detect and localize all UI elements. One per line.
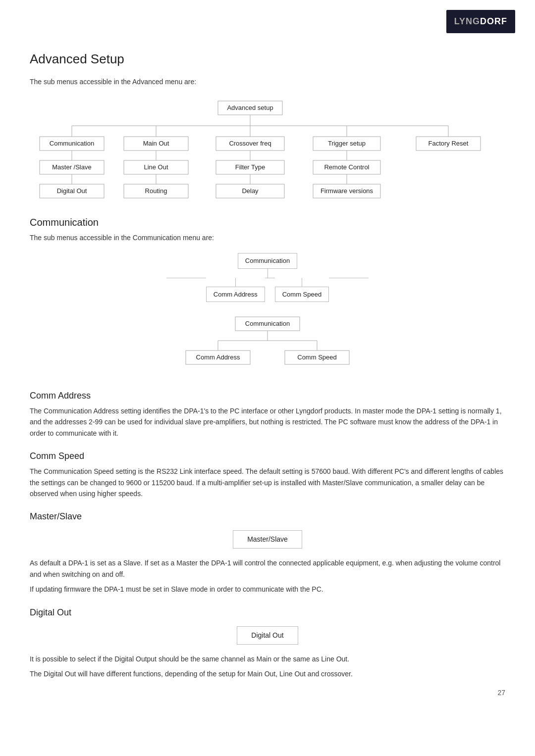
master-slave-diagram: Master/Slave bbox=[30, 530, 505, 549]
svg-text:Advanced setup: Advanced setup bbox=[227, 104, 273, 111]
logo-lyng: LYNG bbox=[454, 15, 480, 28]
comm-tree-svg: Communication Comm Address Comm Speed bbox=[168, 313, 367, 377]
svg-text:Communication: Communication bbox=[50, 140, 94, 147]
page-title: Advanced Setup bbox=[30, 50, 505, 69]
main-tree-diagram: Advanced setup Communication Main Out Cr… bbox=[30, 97, 505, 201]
master-slave-title: Master/Slave bbox=[30, 510, 505, 523]
digital-out-node: Digital Out bbox=[237, 626, 298, 645]
digital-out-title: Digital Out bbox=[30, 606, 505, 619]
svg-text:Communication: Communication bbox=[245, 320, 290, 327]
svg-text:Remote Control: Remote Control bbox=[324, 163, 369, 171]
logo-dorf: DORF bbox=[480, 15, 507, 28]
svg-text:Trigger setup: Trigger setup bbox=[328, 140, 366, 147]
lyngdorf-logo: LYNGDORF bbox=[446, 10, 515, 33]
digital-out-body1: It is possible to select if the Digital … bbox=[30, 654, 505, 664]
comm-root-node: Communication bbox=[238, 253, 297, 269]
comm-section-title: Communication bbox=[30, 215, 505, 230]
svg-text:Crossover freq: Crossover freq bbox=[229, 140, 271, 147]
svg-text:Master /Slave: Master /Slave bbox=[52, 163, 91, 171]
svg-text:Delay: Delay bbox=[242, 187, 259, 195]
logo-area: LYNGDORF bbox=[446, 10, 515, 33]
main-tree-svg: Advanced setup Communication Main Out Cr… bbox=[30, 97, 505, 201]
intro-text: The sub menus accessible in the Advanced… bbox=[30, 77, 505, 87]
master-slave-body2: If updating firmware the DPA-1 must be s… bbox=[30, 584, 505, 595]
svg-text:Factory Reset: Factory Reset bbox=[428, 140, 469, 147]
svg-text:Firmware versions: Firmware versions bbox=[321, 187, 374, 195]
digital-out-diagram: Digital Out bbox=[30, 626, 505, 645]
comm-address-body: The Communication Address setting identi… bbox=[30, 405, 505, 439]
digital-out-body2: The Digital Out will have different func… bbox=[30, 668, 505, 679]
comm-speed-body: The Communication Speed setting is the R… bbox=[30, 466, 505, 499]
comm-addr-node: Comm Address bbox=[206, 287, 265, 302]
page-number: 27 bbox=[497, 688, 505, 698]
comm-speed-node: Comm Speed bbox=[275, 287, 329, 302]
master-slave-node: Master/Slave bbox=[233, 530, 302, 549]
svg-text:Comm Speed: Comm Speed bbox=[297, 353, 336, 361]
svg-text:Comm Address: Comm Address bbox=[196, 353, 240, 361]
svg-text:Filter Type: Filter Type bbox=[235, 163, 265, 171]
svg-text:Line Out: Line Out bbox=[144, 163, 168, 171]
comm-intro: The sub menus accessible in the Communic… bbox=[30, 233, 505, 243]
comm-tree-svg-wrap: Communication Comm Address Comm Speed bbox=[30, 313, 505, 377]
svg-text:Main Out: Main Out bbox=[143, 140, 169, 147]
svg-text:Digital Out: Digital Out bbox=[57, 187, 87, 195]
comm-tree-diagram: Communication Comm Address Comm Speed bbox=[30, 253, 505, 302]
comm-speed-title: Comm Speed bbox=[30, 450, 505, 463]
svg-text:Routing: Routing bbox=[145, 187, 167, 195]
master-slave-body1: As default a DPA-1 is set as a Slave. If… bbox=[30, 557, 505, 580]
comm-address-title: Comm Address bbox=[30, 389, 505, 403]
